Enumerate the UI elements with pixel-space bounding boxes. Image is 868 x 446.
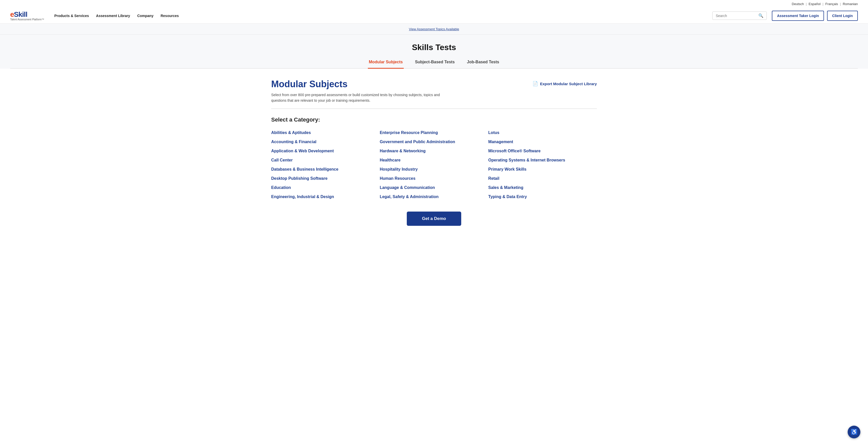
category-abilities-aptitudes[interactable]: Abilities & Aptitudes — [271, 128, 380, 137]
demo-section: Get a Demo — [271, 201, 597, 231]
subject-intro: Modular Subjects Select from over 800 pr… — [271, 79, 449, 103]
logo-text: eSkill — [10, 10, 44, 19]
search-input[interactable] — [716, 14, 756, 18]
category-legal-safety-admin[interactable]: Legal, Safety & Administration — [380, 192, 489, 201]
category-col-1: Abilities & Aptitudes Accounting & Finan… — [271, 128, 380, 201]
category-col-2: Enterprise Resource Planning Government … — [380, 128, 489, 201]
main-content: Modular Subjects Select from over 800 pr… — [256, 69, 612, 246]
language-bar: Deutsch | Español | Français | Romanian — [0, 0, 868, 8]
nav-resources[interactable]: Resources — [160, 14, 179, 18]
category-hardware-networking[interactable]: Hardware & Networking — [380, 147, 489, 156]
page-title: Skills Tests — [10, 43, 858, 52]
get-demo-button[interactable]: Get a Demo — [407, 212, 461, 226]
main-nav: Products & Services Assessment Library C… — [54, 14, 179, 18]
category-language-communication[interactable]: Language & Communication — [380, 183, 489, 192]
category-primary-work-skills[interactable]: Primary Work Skills — [488, 165, 597, 174]
export-label: Export Modular Subject Library — [540, 82, 597, 86]
subject-header: Modular Subjects Select from over 800 pr… — [271, 79, 597, 103]
category-government-public-admin[interactable]: Government and Public Administration — [380, 137, 489, 147]
nav-company[interactable]: Company — [137, 14, 153, 18]
export-library-link[interactable]: 📄 Export Modular Subject Library — [532, 81, 597, 87]
category-education[interactable]: Education — [271, 183, 380, 192]
skills-tests-tabs: Modular Subjects Subject-Based Tests Job… — [10, 57, 858, 69]
logo[interactable]: eSkill Talent Assessment Platform™ — [10, 10, 44, 21]
search-icon[interactable]: 🔍 — [758, 13, 764, 18]
assessment-taker-login-button[interactable]: Assessment Taker Login — [772, 11, 824, 21]
modular-subjects-title: Modular Subjects — [271, 79, 449, 90]
tab-job-based-tests[interactable]: Job-Based Tests — [466, 57, 500, 69]
view-assessments-link[interactable]: View Assessment Topics Available — [409, 27, 459, 31]
category-healthcare[interactable]: Healthcare — [380, 156, 489, 165]
category-human-resources[interactable]: Human Resources — [380, 174, 489, 183]
logo-subtitle: Talent Assessment Platform™ — [10, 18, 44, 21]
main-header: eSkill Talent Assessment Platform™ Produ… — [0, 8, 868, 24]
category-accounting-financial[interactable]: Accounting & Financial — [271, 137, 380, 147]
view-assessments-banner: View Assessment Topics Available — [0, 24, 868, 35]
tab-subject-based-tests[interactable]: Subject-Based Tests — [414, 57, 456, 69]
section-divider — [271, 108, 597, 109]
lang-espanol[interactable]: Español — [809, 2, 821, 6]
lang-francais[interactable]: Français — [825, 2, 838, 6]
category-microsoft-office[interactable]: Microsoft Office® Software — [488, 147, 597, 156]
client-login-button[interactable]: Client Login — [827, 11, 858, 21]
category-operating-systems[interactable]: Operating Systems & Internet Browsers — [488, 156, 597, 165]
category-sales-marketing[interactable]: Sales & Marketing — [488, 183, 597, 192]
lang-deutsch[interactable]: Deutsch — [792, 2, 804, 6]
category-retail[interactable]: Retail — [488, 174, 597, 183]
lang-romanian[interactable]: Romanian — [843, 2, 858, 6]
header-buttons: Assessment Taker Login Client Login — [772, 11, 858, 21]
category-call-center[interactable]: Call Center — [271, 156, 380, 165]
select-category-label: Select a Category: — [271, 117, 597, 123]
category-engineering[interactable]: Engineering, Industrial & Design — [271, 192, 380, 201]
category-desktop-publishing[interactable]: Desktop Publishing Software — [271, 174, 380, 183]
category-hospitality[interactable]: Hospitality Industry — [380, 165, 489, 174]
export-icon: 📄 — [532, 81, 538, 87]
nav-products-services[interactable]: Products & Services — [54, 14, 89, 18]
tab-modular-subjects[interactable]: Modular Subjects — [368, 57, 404, 69]
category-management[interactable]: Management — [488, 137, 597, 147]
modular-subjects-description: Select from over 800 pre-prepared assess… — [271, 92, 449, 103]
search-box: 🔍 — [712, 11, 767, 20]
category-databases-bi[interactable]: Databases & Business Intelligence — [271, 165, 380, 174]
category-col-3: Lotus Management Microsoft Office® Softw… — [488, 128, 597, 201]
nav-assessment-library[interactable]: Assessment Library — [96, 14, 130, 18]
category-lotus[interactable]: Lotus — [488, 128, 597, 137]
category-erp[interactable]: Enterprise Resource Planning — [380, 128, 489, 137]
category-application-web-dev[interactable]: Application & Web Development — [271, 147, 380, 156]
page-title-section: Skills Tests Modular Subjects Subject-Ba… — [0, 35, 868, 69]
category-typing-data-entry[interactable]: Typing & Data Entry — [488, 192, 597, 201]
category-grid: Abilities & Aptitudes Accounting & Finan… — [271, 128, 597, 201]
